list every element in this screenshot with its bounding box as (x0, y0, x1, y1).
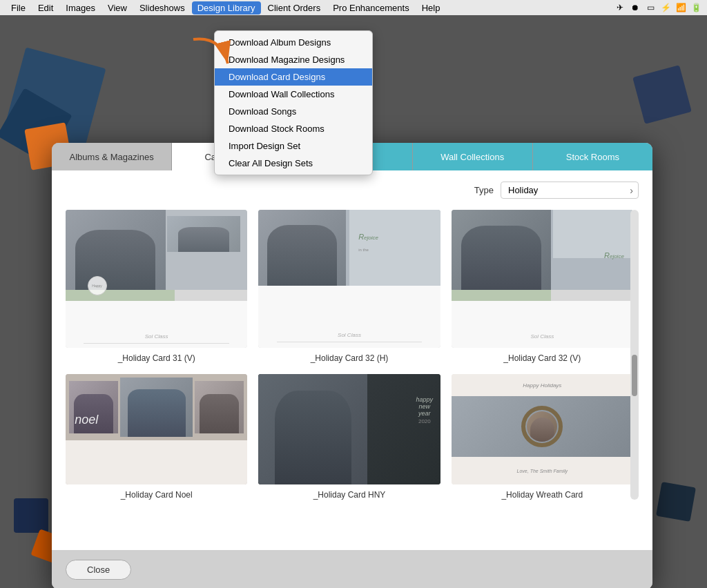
menubar: File Edit Images View Slideshows Design … (0, 0, 707, 15)
battery-icon: 🔋 (690, 2, 701, 13)
type-label: Type (474, 185, 494, 195)
card-preview-32v: Rejoice Sol Class (452, 210, 633, 348)
card-item-32v[interactable]: Rejoice Sol Class _Holiday Card 32 (V) (452, 210, 633, 363)
dialog-content: Type Holiday Birthday Anniversary (52, 170, 652, 550)
bluetooth-icon: ⚡ (660, 2, 671, 13)
menu-slideshows[interactable]: Slideshows (134, 1, 191, 14)
dropdown-download-stock[interactable]: Download Stock Rooms (215, 120, 372, 137)
dropdown-download-wall[interactable]: Download Wall Collections (215, 86, 372, 103)
card-item-noel[interactable]: noel _Holiday Card Noel (66, 374, 247, 500)
dropdown-download-songs[interactable]: Download Songs (215, 103, 372, 120)
menu-pro-enhancements[interactable]: Pro Enhancements (327, 1, 415, 14)
dropdown-import-design[interactable]: Import Design Set (215, 137, 372, 155)
card-grid: Sol Class Happy _Holiday Card 31 (V) (66, 210, 639, 500)
dropdown-download-album[interactable]: Download Album Designs (215, 34, 372, 51)
main-background: Download Album Designs Download Magazine… (0, 15, 707, 588)
card-label-hny: _Holiday Card HNY (313, 490, 386, 500)
record-icon: ⏺ (630, 2, 641, 13)
close-button[interactable]: Close (66, 560, 131, 580)
type-select-wrapper[interactable]: Holiday Birthday Anniversary (501, 182, 639, 199)
design-library-dialog: Albums & Magazines Card Designs Music Wa… (52, 143, 652, 588)
menu-client-orders[interactable]: Client Orders (262, 1, 327, 14)
type-select[interactable]: Holiday Birthday Anniversary (501, 182, 639, 199)
menu-help[interactable]: Help (416, 1, 446, 14)
card-preview-hny: happy new year 2020 (258, 374, 440, 484)
scrollbar[interactable] (630, 210, 639, 500)
card-item-32h[interactable]: Rejoice in the Sol Class _Holiday Card 3… (258, 210, 440, 363)
card-label-wreath: _Holiday Wreath Card (501, 490, 583, 500)
tab-stock-rooms[interactable]: Stock Rooms (533, 143, 652, 170)
tab-wall-collections[interactable]: Wall Collections (413, 143, 533, 170)
card-label-noel: _Holiday Card Noel (121, 490, 193, 500)
card-preview-wreath: Happy Holidays (452, 374, 633, 484)
menu-view[interactable]: View (102, 1, 133, 14)
dropdown-download-magazine[interactable]: Download Magazine Designs (215, 51, 372, 68)
card-grid-scroll-area: Sol Class Happy _Holiday Card 31 (V) (66, 210, 639, 500)
send-icon: ✈ (614, 2, 626, 13)
dropdown-menu: Download Album Designs Download Magazine… (214, 30, 373, 175)
type-selector-row: Type Holiday Birthday Anniversary (66, 182, 639, 199)
dropdown-download-card[interactable]: Download Card Designs (215, 68, 372, 86)
card-label-32v: _Holiday Card 32 (V) (503, 353, 581, 363)
card-item-hny[interactable]: happy new year 2020 _Holiday Card HNY (258, 374, 440, 500)
card-preview-31v: Sol Class Happy (66, 210, 247, 348)
wifi-icon: 📶 (675, 2, 686, 13)
menubar-right-icons: ✈ ⏺ ▭ ⚡ 📶 🔋 (614, 2, 701, 13)
scrollbar-thumb[interactable] (632, 355, 637, 396)
card-label-32h: _Holiday Card 32 (H) (311, 353, 389, 363)
dropdown-clear-all[interactable]: Clear All Design Sets (215, 155, 372, 172)
card-preview-32h: Rejoice in the Sol Class (258, 210, 440, 348)
dialog-footer: Close (52, 550, 652, 588)
card-label-31v: _Holiday Card 31 (V) (118, 353, 195, 363)
card-preview-noel: noel (66, 374, 247, 484)
card-item-31v[interactable]: Sol Class Happy _Holiday Card 31 (V) (66, 210, 247, 363)
menu-file[interactable]: File (6, 1, 31, 14)
menu-edit[interactable]: Edit (32, 1, 59, 14)
airplay-icon: ▭ (645, 2, 656, 13)
menu-design-library[interactable]: Design Library (192, 1, 261, 14)
tab-albums-magazines[interactable]: Albums & Magazines (52, 143, 172, 170)
card-item-wreath[interactable]: Happy Holidays (452, 374, 633, 500)
menu-images[interactable]: Images (60, 1, 101, 14)
